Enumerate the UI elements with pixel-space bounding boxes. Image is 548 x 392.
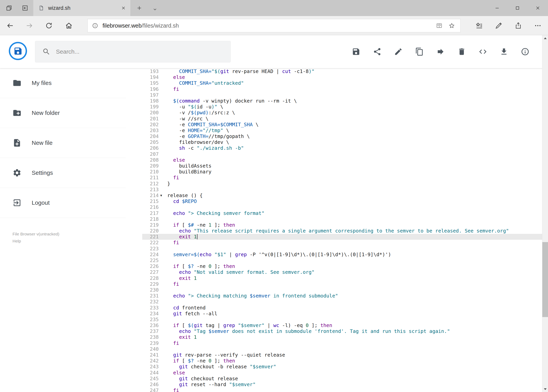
code-line[interactable]: 242 if [ $? -ne 0 ]; then xyxy=(142,358,542,364)
sidebar-item-new-folder[interactable]: New folder xyxy=(0,98,126,128)
edit-icon[interactable] xyxy=(394,47,403,56)
code-line[interactable]: 241 git rev-parse --verify --quiet relea… xyxy=(142,352,542,358)
share-page-icon[interactable] xyxy=(513,20,524,31)
code-line[interactable]: 209 buildAssets xyxy=(142,163,542,169)
code-line[interactable]: 202 -e COMMIT_SHA=$COMMIT_SHA \ xyxy=(142,122,542,128)
code-line[interactable]: 234 git fetch --all xyxy=(142,311,542,317)
address-bar[interactable]: filebrowser.web/files/wizard.sh xyxy=(87,19,461,32)
code-line[interactable]: 219 if [ $# -ne 1 ]; then xyxy=(142,222,542,228)
code-line[interactable]: 220 echo "This release script requires a… xyxy=(142,228,542,234)
move-icon[interactable] xyxy=(436,47,445,56)
code-line[interactable]: 204 -e GOPATH=//tmp/gopath \ xyxy=(142,133,542,139)
code-line[interactable]: 244 else xyxy=(142,370,542,376)
code-line[interactable]: 227 echo "Not valid semver format. See s… xyxy=(142,269,542,275)
code-icon[interactable] xyxy=(478,47,487,56)
code-line[interactable]: 207 xyxy=(142,151,542,157)
code-editor[interactable]: 193 COMMIT_SHA="$(git rev-parse HEAD | c… xyxy=(142,69,542,392)
code-line[interactable]: 215 cd $REPO xyxy=(142,198,542,204)
search-bar[interactable] xyxy=(35,41,231,63)
sidebar-item-logout[interactable]: Logout xyxy=(0,188,126,218)
browser-tab[interactable]: wizard.sh xyxy=(33,0,131,16)
code-line[interactable]: 205 filebrowser/dev \ xyxy=(142,139,542,145)
code-line[interactable]: 203 -e HOME="//tmp" \ xyxy=(142,128,542,133)
maximize-button[interactable] xyxy=(507,0,528,16)
code-line[interactable]: 206 sh -c "./wizard.sh -b" xyxy=(142,145,542,151)
site-info-icon[interactable] xyxy=(92,22,98,29)
code-line[interactable]: 236 if [ $(git tag | grep "$semver" | wc… xyxy=(142,322,542,328)
code-line[interactable]: 221 exit 1 xyxy=(142,234,542,240)
save-icon[interactable] xyxy=(352,47,361,56)
favorites-hub-icon[interactable] xyxy=(474,20,485,31)
code-line[interactable]: 193 COMMIT_SHA="$(git rev-parse HEAD | c… xyxy=(142,69,542,74)
code-line[interactable]: 223 xyxy=(142,246,542,252)
favorite-star-icon[interactable] xyxy=(448,22,455,29)
code-line[interactable]: 230 xyxy=(142,287,542,293)
web-note-pen-icon[interactable] xyxy=(493,20,504,31)
code-line[interactable]: 217 echo "> Checking semver format" xyxy=(142,210,542,216)
code-line[interactable]: 199 -u "$(id -u)" \ xyxy=(142,104,542,110)
code-line[interactable]: 245 git checkout release xyxy=(142,376,542,382)
code-line[interactable]: 201 -w //src \ xyxy=(142,116,542,122)
code-line[interactable]: 224 semver=$(echo "$1" | grep -P '^v(0|[… xyxy=(142,252,542,258)
code-line[interactable]: 233 cd frontend xyxy=(142,305,542,311)
code-line[interactable]: 210 buildBinary xyxy=(142,169,542,175)
scrollbar[interactable] xyxy=(542,35,548,392)
code-line[interactable]: 213 xyxy=(142,187,542,193)
tab-list-chevron-icon[interactable] xyxy=(149,4,160,15)
fold-arrow-icon[interactable]: ▾ xyxy=(159,193,167,198)
share-icon[interactable] xyxy=(373,47,382,56)
scroll-up-icon[interactable] xyxy=(542,35,548,41)
code-line[interactable]: 228 exit 1 xyxy=(142,275,542,281)
version-link[interactable]: File Browser v(untracked) xyxy=(13,231,59,238)
forward-icon[interactable] xyxy=(24,20,35,31)
minimize-button[interactable] xyxy=(487,0,507,16)
code-line[interactable]: 225 xyxy=(142,258,542,263)
code-line[interactable]: 211 fi xyxy=(142,175,542,181)
refresh-icon[interactable] xyxy=(43,20,54,31)
code-line[interactable]: 198 $(command -v winpty) docker run --rm… xyxy=(142,98,542,104)
code-line[interactable]: 237 echo "Tag $semver does not exist in … xyxy=(142,328,542,334)
code-line[interactable]: 200 -v /$(pwd):/src:z \ xyxy=(142,110,542,116)
code-line[interactable]: 196 fi xyxy=(142,86,542,92)
tabs-preview-icon[interactable] xyxy=(4,3,14,14)
code-line[interactable]: 232 xyxy=(142,299,542,305)
code-line[interactable]: 239 fi xyxy=(142,340,542,346)
search-input[interactable] xyxy=(56,48,222,55)
code-line[interactable]: 240 xyxy=(142,346,542,352)
code-line[interactable]: 212} xyxy=(142,181,542,187)
sidebar-item-new-file[interactable]: New file xyxy=(0,128,126,158)
info-icon[interactable] xyxy=(520,47,530,56)
set-tabs-aside-icon[interactable] xyxy=(20,3,30,14)
code-line[interactable]: 231 echo "> Checking matching $semver in… xyxy=(142,293,542,299)
code-line[interactable]: 235 xyxy=(142,317,542,322)
code-line[interactable]: 208 else xyxy=(142,157,542,163)
home-icon[interactable] xyxy=(63,20,74,31)
delete-icon[interactable] xyxy=(457,47,466,56)
back-icon[interactable] xyxy=(5,20,16,31)
code-line[interactable]: 194 else xyxy=(142,74,542,80)
code-line[interactable]: 222 fi xyxy=(142,240,542,246)
code-line[interactable]: 216 xyxy=(142,204,542,210)
code-line[interactable]: 243 git checkout -b release "$semver" xyxy=(142,364,542,370)
filebrowser-logo[interactable] xyxy=(9,42,27,60)
close-button[interactable] xyxy=(528,0,548,16)
scrollbar-thumb[interactable] xyxy=(542,242,548,317)
code-line[interactable]: 226 if [ $? -ne 0 ]; then xyxy=(142,263,542,269)
more-menu-icon[interactable] xyxy=(532,20,543,31)
tab-close-icon[interactable] xyxy=(118,3,129,14)
copy-icon[interactable] xyxy=(415,47,424,56)
code-line[interactable]: 195 COMMIT_SHA="untracked" xyxy=(142,80,542,86)
scroll-down-icon[interactable] xyxy=(542,386,548,392)
download-icon[interactable] xyxy=(499,47,508,56)
code-line[interactable]: 214▾release () { xyxy=(142,193,542,198)
code-line[interactable]: 238 exit 1 xyxy=(142,334,542,340)
new-tab-button[interactable] xyxy=(134,3,145,14)
help-link[interactable]: Help xyxy=(13,238,59,245)
code-line[interactable]: 229 fi xyxy=(142,281,542,287)
code-line[interactable]: 197 xyxy=(142,92,542,98)
sidebar-item-my-files[interactable]: My files xyxy=(0,68,126,98)
sidebar-item-settings[interactable]: Settings xyxy=(0,158,126,188)
reading-view-icon[interactable] xyxy=(436,22,443,29)
code-line[interactable]: 246 git reset --hard "$semver" xyxy=(142,382,542,387)
code-line[interactable]: 218 xyxy=(142,216,542,222)
